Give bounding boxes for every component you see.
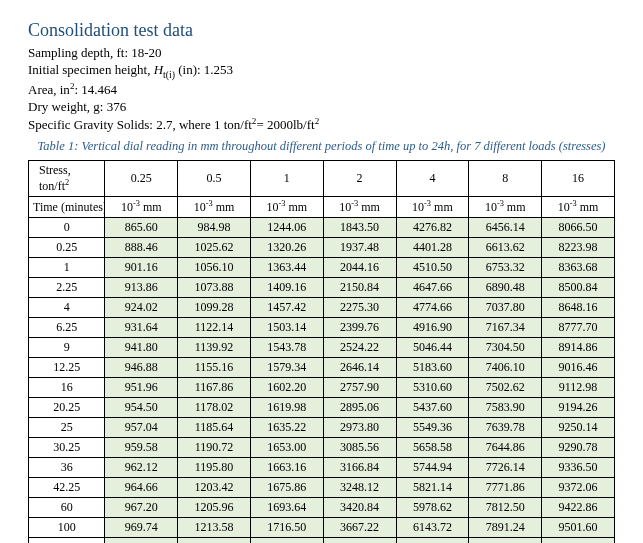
cell-value: 8648.16	[542, 298, 615, 318]
cell-value: 8223.98	[542, 238, 615, 258]
cell-value: 7891.24	[469, 518, 542, 538]
cell-value: 1619.98	[250, 398, 323, 418]
cell-value: 1223.74	[178, 538, 251, 543]
cell-value: 969.74	[105, 518, 178, 538]
cell-value: 6890.48	[469, 278, 542, 298]
row-time: 12.25	[29, 358, 105, 378]
cell-value: 1457.42	[250, 298, 323, 318]
cell-value: 8777.70	[542, 318, 615, 338]
cell-value: 2275.30	[323, 298, 396, 318]
row-time: 20.25	[29, 398, 105, 418]
cell-value: 1843.50	[323, 218, 396, 238]
cell-value: 954.50	[105, 398, 178, 418]
col-header-load-0: 0.25	[105, 161, 178, 197]
col-header-load-2: 1	[250, 161, 323, 197]
row-time: 0	[29, 218, 105, 238]
cell-value: 4774.66	[396, 298, 469, 318]
table-row: 200972.281223.741754.603921.226252.94793…	[29, 538, 615, 543]
cell-value: 1205.96	[178, 498, 251, 518]
cell-value: 1503.14	[250, 318, 323, 338]
table-row: 30.25959.581190.721653.003085.565658.587…	[29, 438, 615, 458]
cell-value: 2524.22	[323, 338, 396, 358]
cell-value: 941.80	[105, 338, 178, 358]
cell-value: 6613.62	[469, 238, 542, 258]
cell-value: 6456.14	[469, 218, 542, 238]
cell-value: 888.46	[105, 238, 178, 258]
cell-value: 5821.14	[396, 478, 469, 498]
table-row: 0.25888.461025.621320.261937.484401.2866…	[29, 238, 615, 258]
cell-value: 5310.60	[396, 378, 469, 398]
cell-value: 8500.84	[542, 278, 615, 298]
row-time: 100	[29, 518, 105, 538]
cell-value: 959.58	[105, 438, 178, 458]
cell-value: 9250.14	[542, 418, 615, 438]
cell-value: 9336.50	[542, 458, 615, 478]
cell-value: 2895.06	[323, 398, 396, 418]
col-header-unit-6: 10-3 mm	[542, 197, 615, 218]
cell-value: 7583.90	[469, 398, 542, 418]
col-header-load-5: 8	[469, 161, 542, 197]
cell-value: 3166.84	[323, 458, 396, 478]
cell-value: 2150.84	[323, 278, 396, 298]
cell-value: 2757.90	[323, 378, 396, 398]
table-row: 0865.60984.981244.061843.504276.826456.1…	[29, 218, 615, 238]
cell-value: 5437.60	[396, 398, 469, 418]
cell-value: 1025.62	[178, 238, 251, 258]
cell-value: 4916.90	[396, 318, 469, 338]
cell-value: 1320.26	[250, 238, 323, 258]
row-time: 16	[29, 378, 105, 398]
cell-value: 1155.16	[178, 358, 251, 378]
meta-sampling-depth: Sampling depth, ft: 18-20	[28, 45, 615, 61]
cell-value: 1244.06	[250, 218, 323, 238]
cell-value: 9194.26	[542, 398, 615, 418]
cell-value: 7037.80	[469, 298, 542, 318]
cell-value: 1754.60	[250, 538, 323, 543]
cell-value: 901.16	[105, 258, 178, 278]
cell-value: 1073.88	[178, 278, 251, 298]
cell-value: 1099.28	[178, 298, 251, 318]
cell-value: 1167.86	[178, 378, 251, 398]
cell-value: 5978.62	[396, 498, 469, 518]
cell-value: 7939.50	[469, 538, 542, 543]
table-row: 9941.801139.921543.782524.225046.447304.…	[29, 338, 615, 358]
cell-value: 1663.16	[250, 458, 323, 478]
cell-value: 1363.44	[250, 258, 323, 278]
cell-value: 1195.80	[178, 458, 251, 478]
cell-value: 5183.60	[396, 358, 469, 378]
cell-value: 1543.78	[250, 338, 323, 358]
col-header-unit-2: 10-3 mm	[250, 197, 323, 218]
cell-value: 7639.78	[469, 418, 542, 438]
cell-value: 3085.56	[323, 438, 396, 458]
data-table: Stress, ton/ft2 0.25 0.5 1 2 4 8 16 Time…	[28, 160, 615, 543]
row-time: 42.25	[29, 478, 105, 498]
cell-value: 5744.94	[396, 458, 469, 478]
cell-value: 1409.16	[250, 278, 323, 298]
cell-value: 6753.32	[469, 258, 542, 278]
cell-value: 1602.20	[250, 378, 323, 398]
cell-value: 5549.36	[396, 418, 469, 438]
cell-value: 1056.10	[178, 258, 251, 278]
cell-value: 1653.00	[250, 438, 323, 458]
cell-value: 6143.72	[396, 518, 469, 538]
col-header-load-6: 16	[542, 161, 615, 197]
row-time: 25	[29, 418, 105, 438]
cell-value: 1139.92	[178, 338, 251, 358]
cell-value: 8914.86	[542, 338, 615, 358]
table-row: 25957.041185.641635.222973.805549.367639…	[29, 418, 615, 438]
cell-value: 931.64	[105, 318, 178, 338]
cell-value: 1190.72	[178, 438, 251, 458]
table-row: 12.25946.881155.161579.342646.145183.607…	[29, 358, 615, 378]
cell-value: 1203.42	[178, 478, 251, 498]
cell-value: 4276.82	[396, 218, 469, 238]
row-time: 200	[29, 538, 105, 543]
row-time: 9	[29, 338, 105, 358]
cell-value: 1716.50	[250, 518, 323, 538]
row-time: 4	[29, 298, 105, 318]
cell-value: 1185.64	[178, 418, 251, 438]
cell-value: 3667.22	[323, 518, 396, 538]
cell-value: 8066.50	[542, 218, 615, 238]
cell-value: 865.60	[105, 218, 178, 238]
cell-value: 7771.86	[469, 478, 542, 498]
cell-value: 9372.06	[542, 478, 615, 498]
row-time: 2.25	[29, 278, 105, 298]
